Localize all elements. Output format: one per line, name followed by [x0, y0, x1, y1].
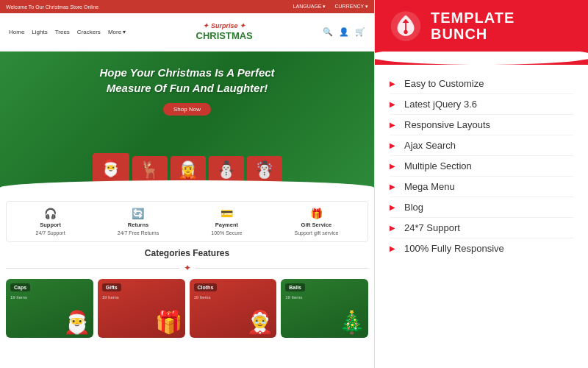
account-icon: 👤	[339, 27, 349, 37]
support-title: Support	[40, 222, 61, 228]
returns-icon: 🔄	[132, 208, 144, 219]
template-bunch-logo-icon	[390, 10, 422, 43]
gifts-emoji: 🎁	[155, 309, 182, 335]
nav-link-lights: Lights	[32, 29, 47, 35]
elf-character: 🧝	[178, 162, 198, 178]
returns-sub: 24/7 Free Returns	[118, 230, 159, 236]
cloths-emoji: 🤶	[246, 309, 273, 335]
topbar-welcome: Welcome To Our Christmas Store Online	[6, 4, 98, 10]
gift-sub: Support gift service	[294, 230, 338, 236]
feature-customize: Easy to Customize	[404, 78, 484, 89]
snowman2-character: ☃️	[254, 162, 274, 178]
features-list: ▶ Easy to Customize ▶ Latest jQuery 3.6 …	[375, 65, 588, 368]
template-bunch-logo-text: TEMPLATE BUNCH	[431, 10, 573, 42]
logo-bunch: BUNCH	[431, 26, 487, 42]
feature-row-ajax: ▶ Ajax Search	[390, 135, 573, 156]
feature-jquery: Latest jQuery 3.6	[404, 99, 477, 110]
gifts-count: 19 Items	[102, 295, 119, 300]
hero-line2: Measure Of Fun And Laughter!	[99, 80, 274, 96]
returns-title: Returns	[128, 222, 148, 228]
svg-point-1	[404, 29, 407, 33]
feature-row-customize: ▶ Easy to Customize	[390, 74, 573, 94]
feature-row-blog: ▶ Blog	[390, 197, 573, 218]
feature-blog: Blog	[404, 202, 423, 213]
arrow-icon-3: ▶	[390, 121, 395, 129]
balls-count: 19 Items	[285, 295, 302, 300]
categories-section: Categories Features ✦ Caps 19 Items 🎅 Gi…	[0, 248, 374, 344]
feature-responsive-layouts: Responsive Layouts	[404, 119, 490, 130]
cart-icon: 🛒	[355, 27, 365, 37]
nav-icons: 🔍 👤 🛒	[323, 27, 365, 37]
payment-title: Payment	[215, 222, 238, 228]
feature-row-jquery: ▶ Latest jQuery 3.6	[390, 94, 573, 115]
website-preview: Welcome To Our Christmas Store Online LA…	[0, 0, 375, 368]
feature-row-mega: ▶ Mega Menu	[390, 177, 573, 197]
logo-template: TEMPLATE	[431, 10, 514, 26]
feature-payment: 💳 Payment 100% Secure	[211, 208, 242, 236]
category-caps: Caps 19 Items 🎅	[6, 279, 93, 338]
feature-support-247: 24*7 Support	[404, 222, 460, 233]
support-sub: 24/7 Support	[36, 230, 65, 236]
support-icon: 🎧	[44, 208, 57, 219]
site-topbar: Welcome To Our Christmas Store Online LA…	[0, 0, 374, 13]
arrow-icon-7: ▶	[390, 203, 395, 211]
hero-illustration: 🎅 🦌 🧝 ⛄ ☃️	[0, 114, 374, 195]
logo-top: ✦ Surprise ✦	[203, 22, 245, 29]
wavy-divider	[375, 52, 588, 65]
arrow-icon-5: ▶	[390, 162, 395, 170]
arrow-icon-1: ▶	[390, 79, 395, 88]
nav-link-home: Home	[9, 29, 24, 35]
nav-links: Home Lights Trees Crackers More ▾	[9, 29, 126, 35]
arrow-icon-9: ▶	[390, 244, 395, 252]
search-icon: 🔍	[323, 27, 333, 37]
logo-main: CHRISTMAS	[196, 30, 253, 42]
feature-support: 🎧 Support 24/7 Support	[36, 208, 65, 236]
hero-line1: Hope Your Christmas Is A Perfect	[99, 65, 274, 80]
reindeer-character: 🦌	[140, 162, 159, 178]
arrow-icon-2: ▶	[390, 100, 395, 108]
nav-link-trees: Trees	[55, 29, 70, 35]
nav-link-crackers: Crackers	[77, 29, 101, 35]
shop-now-button[interactable]: Shop Now	[163, 103, 211, 116]
template-bunch-header: TEMPLATE BUNCH	[375, 0, 588, 52]
santa-character: 🎅	[101, 160, 121, 177]
feature-row-multiple: ▶ Multiple Section	[390, 156, 573, 177]
feature-mega-menu: Mega Menu	[404, 181, 455, 192]
gift-title: Gift Service	[301, 222, 332, 228]
features-bar: 🎧 Support 24/7 Support 🔄 Returns 24/7 Fr…	[6, 201, 368, 242]
nav-link-more: More ▾	[108, 29, 126, 35]
train-car-5: ☃️	[247, 156, 282, 184]
balls-label: Balls	[285, 283, 305, 291]
snow-ground	[0, 180, 374, 195]
site-logo: ✦ Surprise ✦ CHRISTMAS	[196, 22, 253, 41]
site-navbar: Home Lights Trees Crackers More ▾ ✦ Surp…	[0, 13, 374, 52]
balls-emoji: 🎄	[338, 309, 365, 335]
hero-text: Hope Your Christmas Is A Perfect Measure…	[99, 65, 274, 96]
topbar-language: LANGUAGE ▾	[293, 4, 326, 10]
caps-count: 19 Items	[10, 295, 27, 300]
payment-sub: 100% Secure	[211, 230, 242, 236]
feature-fully-responsive: 100% Fully Responsive	[404, 243, 504, 254]
category-gifts: Gifts 19 Items 🎁	[98, 279, 185, 338]
category-cloths: Cloths 19 Items 🤶	[190, 279, 277, 338]
feature-ajax: Ajax Search	[404, 140, 456, 151]
categories-title: Categories Features	[6, 248, 368, 258]
categories-divider: ✦	[6, 263, 368, 273]
arrow-icon-6: ▶	[390, 183, 395, 191]
categories-grid: Caps 19 Items 🎅 Gifts 19 Items 🎁 Cloths …	[6, 279, 368, 338]
gift-icon: 🎁	[310, 208, 323, 219]
gifts-label: Gifts	[102, 283, 121, 291]
cloths-count: 19 Items	[194, 295, 211, 300]
topbar-currency: CURRENCY ▾	[335, 4, 369, 10]
feature-multiple-section: Multiple Section	[404, 160, 472, 171]
divider-icon: ✦	[184, 263, 191, 273]
arrow-icon-8: ▶	[390, 224, 395, 232]
category-balls: Balls 19 Items 🎄	[281, 279, 368, 338]
feature-returns: 🔄 Returns 24/7 Free Returns	[118, 208, 159, 236]
feature-row-responsive: ▶ Responsive Layouts	[390, 115, 573, 135]
caps-emoji: 🎅	[63, 309, 90, 335]
hero-section: Hope Your Christmas Is A Perfect Measure…	[0, 52, 374, 195]
feature-row-fully-responsive: ▶ 100% Fully Responsive	[390, 238, 573, 258]
cloths-label: Cloths	[194, 283, 218, 291]
feature-row-support: ▶ 24*7 Support	[390, 218, 573, 238]
